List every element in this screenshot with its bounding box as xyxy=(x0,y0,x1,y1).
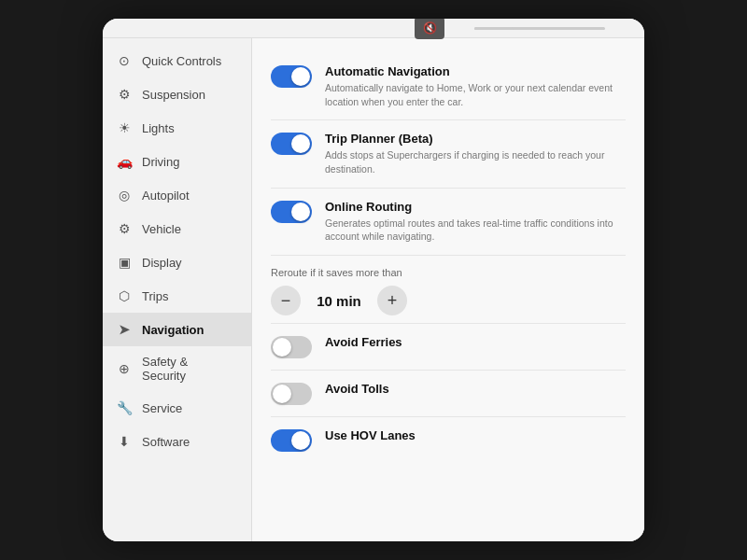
sidebar-item-autopilot[interactable]: ◎Autopilot xyxy=(103,178,251,212)
navigation-label: Navigation xyxy=(142,323,204,337)
online-routing-title: Online Routing xyxy=(325,200,626,214)
avoid-tolls-title: Avoid Tolls xyxy=(325,382,626,396)
setting-row-use-hov: Use HOV Lanes xyxy=(271,417,626,463)
online-routing-toggle[interactable] xyxy=(271,201,312,223)
settings-screen: 🔇 ⊙Quick Controls⚙Suspension☀Lights🚗Driv… xyxy=(103,19,644,541)
driving-label: Driving xyxy=(142,155,179,169)
sidebar-item-display[interactable]: ▣Display xyxy=(103,245,251,279)
setting-row-trip-planner: Trip Planner (Beta)Adds stops at Superch… xyxy=(271,120,626,188)
sidebar-item-lights[interactable]: ☀Lights xyxy=(103,111,251,145)
trips-icon: ⬡ xyxy=(116,287,133,304)
autopilot-icon: ◎ xyxy=(116,187,133,203)
avoid-tolls-toggle[interactable] xyxy=(271,383,312,405)
quick-controls-icon: ⊙ xyxy=(116,52,133,69)
setting-row-online-routing: Online RoutingGenerates optimal routes a… xyxy=(271,189,626,256)
safety-security-label: Safety & Security xyxy=(142,355,188,383)
display-label: Display xyxy=(142,256,182,270)
trip-planner-toggle-knob xyxy=(291,134,310,153)
automatic-navigation-description: Automatically navigate to Home, Work or … xyxy=(325,81,626,108)
setting-row-avoid-tolls: Avoid Tolls xyxy=(271,371,626,417)
suspension-label: Suspension xyxy=(142,88,205,102)
main-content: Automatic NavigationAutomatically naviga… xyxy=(252,38,644,541)
avoid-tolls-info: Avoid Tolls xyxy=(325,382,626,399)
vehicle-label: Vehicle xyxy=(142,222,181,236)
trip-planner-info: Trip Planner (Beta)Adds stops at Superch… xyxy=(325,132,626,175)
sidebar-item-software[interactable]: ⬇Software xyxy=(103,425,251,458)
navigation-icon: ➤ xyxy=(116,321,133,338)
volume-track[interactable] xyxy=(474,27,605,30)
software-icon: ⬇ xyxy=(116,433,133,450)
sidebar-item-service[interactable]: 🔧Service xyxy=(103,391,251,425)
sidebar-item-vehicle[interactable]: ⚙Vehicle xyxy=(103,212,251,245)
safety-security-icon: ⊕ xyxy=(116,360,133,377)
trips-label: Trips xyxy=(142,289,168,303)
trip-planner-title: Trip Planner (Beta) xyxy=(325,132,626,146)
display-icon: ▣ xyxy=(116,254,133,271)
mute-icon: 🔇 xyxy=(423,21,437,35)
avoid-tolls-toggle-knob xyxy=(273,385,291,403)
reroute-decrease-button[interactable]: − xyxy=(271,286,301,315)
service-label: Service xyxy=(142,401,182,415)
online-routing-toggle-knob xyxy=(291,203,310,221)
reroute-increase-button[interactable]: + xyxy=(377,286,407,315)
use-hov-title: Use HOV Lanes xyxy=(325,428,626,442)
service-icon: 🔧 xyxy=(116,399,133,416)
sidebar-item-quick-controls[interactable]: ⊙Quick Controls xyxy=(103,44,251,77)
body: ⊙Quick Controls⚙Suspension☀Lights🚗Drivin… xyxy=(103,38,644,541)
setting-row-automatic-navigation: Automatic NavigationAutomatically naviga… xyxy=(271,53,626,120)
software-label: Software xyxy=(142,435,190,449)
sidebar: ⊙Quick Controls⚙Suspension☀Lights🚗Drivin… xyxy=(103,38,252,541)
reroute-section: Reroute if it saves more than−10 min+ xyxy=(271,256,626,324)
automatic-navigation-info: Automatic NavigationAutomatically naviga… xyxy=(325,64,626,108)
autopilot-label: Autopilot xyxy=(142,189,190,203)
avoid-ferries-title: Avoid Ferries xyxy=(325,335,626,349)
header: 🔇 xyxy=(103,19,644,38)
trip-planner-toggle[interactable] xyxy=(271,133,312,155)
mute-button[interactable]: 🔇 xyxy=(415,19,444,39)
driving-icon: 🚗 xyxy=(116,153,133,170)
sidebar-item-safety-security[interactable]: ⊕Safety & Security xyxy=(103,346,251,391)
vehicle-icon: ⚙ xyxy=(116,220,133,237)
avoid-ferries-toggle[interactable] xyxy=(271,336,312,358)
use-hov-toggle[interactable] xyxy=(271,429,312,452)
online-routing-info: Online RoutingGenerates optimal routes a… xyxy=(325,200,626,244)
sidebar-item-suspension[interactable]: ⚙Suspension xyxy=(103,77,251,111)
suspension-icon: ⚙ xyxy=(116,86,133,103)
lights-icon: ☀ xyxy=(116,119,133,136)
avoid-ferries-info: Avoid Ferries xyxy=(325,335,626,352)
use-hov-toggle-knob xyxy=(291,431,310,450)
avoid-ferries-toggle-knob xyxy=(273,338,291,357)
quick-controls-label: Quick Controls xyxy=(142,54,221,68)
reroute-value: 10 min xyxy=(316,293,362,309)
reroute-label: Reroute if it saves more than xyxy=(271,267,626,278)
sidebar-item-trips[interactable]: ⬡Trips xyxy=(103,279,251,313)
reroute-stepper: −10 min+ xyxy=(271,286,626,315)
automatic-navigation-toggle[interactable] xyxy=(271,65,312,88)
sidebar-item-driving[interactable]: 🚗Driving xyxy=(103,145,251,178)
sidebar-item-navigation[interactable]: ➤Navigation xyxy=(103,313,251,346)
lights-label: Lights xyxy=(142,121,175,135)
automatic-navigation-title: Automatic Navigation xyxy=(325,64,626,78)
volume-fill xyxy=(474,27,514,30)
trip-planner-description: Adds stops at Superchargers if charging … xyxy=(325,148,626,175)
automatic-navigation-toggle-knob xyxy=(291,67,310,86)
use-hov-info: Use HOV Lanes xyxy=(325,428,626,445)
online-routing-description: Generates optimal routes and takes real-… xyxy=(325,217,626,244)
setting-row-avoid-ferries: Avoid Ferries xyxy=(271,324,626,371)
